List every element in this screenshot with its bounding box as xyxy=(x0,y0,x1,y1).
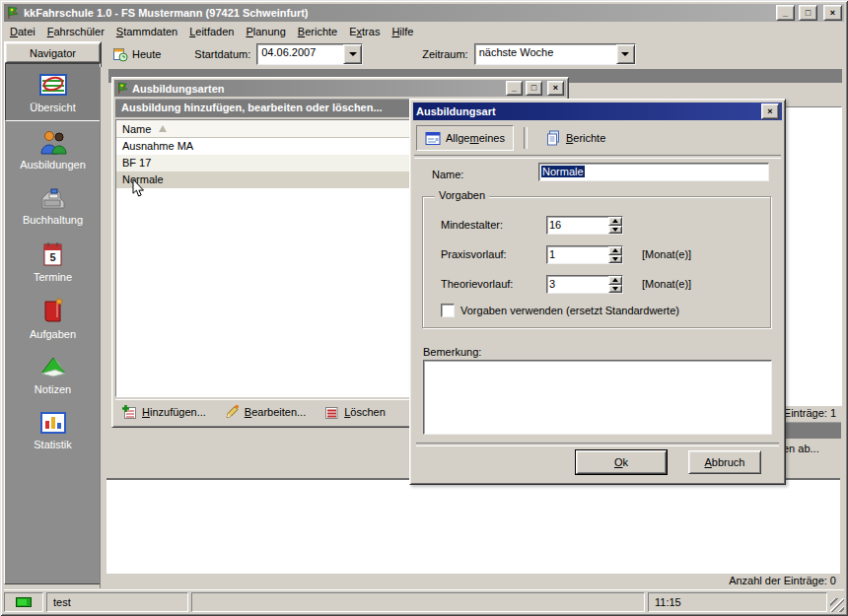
menu-leitfaden[interactable]: Leitfaden xyxy=(183,24,240,39)
statusbar: test 11:15 xyxy=(4,589,844,612)
child-minimize-button[interactable]: _ xyxy=(506,81,523,96)
spin-up-icon[interactable] xyxy=(608,276,622,285)
main-toolbar: Heute Startdatum: 04.06.2007 Zeitraum: n… xyxy=(95,41,844,67)
mouse-cursor-icon xyxy=(132,178,145,198)
zeitraum-dropdown-arrow-icon[interactable] xyxy=(616,44,635,64)
menu-hilfe[interactable]: Hilfe xyxy=(386,24,419,39)
theorievorlauf-spinner[interactable]: 3 xyxy=(546,275,623,294)
statusbar-message-panel xyxy=(191,592,645,612)
bemerkung-label: Bemerkung: xyxy=(423,346,481,358)
theorievorlauf-suffix: [Monat(e)] xyxy=(642,278,691,290)
edit-pencil-icon xyxy=(224,404,240,420)
sidebar-item-notizen[interactable]: Notizen xyxy=(5,346,101,402)
abbruch-button[interactable]: Abbruch xyxy=(688,450,761,474)
sidebar-item-label: Ausbildungen xyxy=(20,159,86,171)
sidebar-item-termine[interactable]: 5 Termine xyxy=(5,234,101,290)
form-icon xyxy=(425,131,441,146)
vorgaben-checkbox[interactable] xyxy=(441,304,455,317)
background-entries-count: Einträge: 1 xyxy=(784,407,836,419)
add-list-icon xyxy=(121,404,137,420)
startdatum-dropdown-arrow-icon[interactable] xyxy=(343,44,362,64)
aufgaben-book-icon xyxy=(40,297,66,324)
ausbildungen-people-icon xyxy=(38,129,68,155)
menu-planung[interactable]: Planung xyxy=(240,24,291,39)
startdatum-label: Startdatum: xyxy=(194,48,250,60)
dialog-titlebar: Ausbildungsart × xyxy=(413,103,782,120)
theorievorlauf-label: Theorievorlauf: xyxy=(441,278,513,290)
termine-calendar-icon: 5 xyxy=(41,240,65,267)
dialog-close-button[interactable]: × xyxy=(761,103,779,119)
app-icon xyxy=(116,82,129,95)
loeschen-button[interactable]: Löschen xyxy=(321,403,388,421)
bemerkung-input[interactable] xyxy=(423,360,772,435)
sidebar-item-statistik[interactable]: Statistik xyxy=(5,402,101,458)
maximize-button[interactable]: □ xyxy=(799,5,817,21)
dialog-tab-bar: Allgemeines Berichte xyxy=(414,124,781,152)
minimize-button[interactable]: _ xyxy=(776,5,795,21)
green-status-icon xyxy=(16,597,32,607)
spin-down-icon[interactable] xyxy=(608,226,622,235)
dialog-title: Ausbildungsart xyxy=(416,105,496,117)
close-button[interactable]: × xyxy=(823,5,842,21)
mindestalter-label: Mindestalter: xyxy=(441,219,503,231)
menu-stammdaten[interactable]: Stammdaten xyxy=(110,24,183,39)
statistik-chart-icon xyxy=(39,411,67,435)
child-close-button[interactable]: × xyxy=(547,81,564,96)
ok-button[interactable]: Ok xyxy=(576,450,667,474)
sidebar-item-aufgaben[interactable]: Aufgaben xyxy=(5,290,101,346)
praxisvorlauf-suffix: [Monat(e)] xyxy=(642,248,691,260)
mindestalter-spinner[interactable]: 16 xyxy=(546,216,623,235)
spin-down-icon[interactable] xyxy=(608,285,622,294)
sort-ascending-icon xyxy=(159,125,167,132)
tab-allgemeines[interactable]: Allgemeines xyxy=(416,125,514,151)
sidebar-item-buchhaltung[interactable]: Buchhaltung xyxy=(5,177,101,234)
menu-extras[interactable]: Extras xyxy=(343,24,386,39)
heute-calendar-icon xyxy=(112,46,128,62)
app-icon xyxy=(6,6,20,20)
uebersicht-table-icon xyxy=(38,72,68,98)
sidebar-item-label: Übersicht xyxy=(30,102,75,113)
sidebar-item-label: Buchhaltung xyxy=(23,214,83,226)
background-partial-caption: en ab... xyxy=(783,443,819,454)
hinzufuegen-button[interactable]: Hinzufügen... xyxy=(119,403,208,421)
vorgaben-groupbox: Vorgaben Mindestalter: 16 Praxisvorlauf:… xyxy=(422,196,771,328)
ausbildungsarten-titlebar: Ausbildungsarten _ □ × xyxy=(114,80,566,97)
main-titlebar: kkFahrschule 1.0 - FS Mustermann (97421 … xyxy=(4,4,844,22)
startdatum-combobox[interactable]: 04.06.2007 xyxy=(256,43,363,65)
sidebar-item-uebersicht[interactable]: Übersicht xyxy=(5,63,101,121)
menu-berichte[interactable]: Berichte xyxy=(292,24,343,39)
praxisvorlauf-label: Praxisvorlauf: xyxy=(441,248,507,260)
ausbildungsart-dialog: Ausbildungsart × Allgemeines Berichte xyxy=(409,99,786,485)
child-maximize-button[interactable]: □ xyxy=(526,81,542,96)
heute-button[interactable]: Heute xyxy=(108,44,165,64)
menubar: Datei Fahrschüler Stammdaten Leitfaden P… xyxy=(4,23,844,40)
statusbar-clock: 11:15 xyxy=(648,592,827,612)
menu-fahrschueler[interactable]: Fahrschüler xyxy=(41,24,110,39)
spin-up-icon[interactable] xyxy=(608,246,622,255)
reports-pages-icon xyxy=(545,130,561,146)
mdi-client-area: Einträge: 1 en ab... Anzahl der Einträge… xyxy=(100,67,844,588)
tab-separator xyxy=(524,127,528,149)
sidebar-item-ausbildungen[interactable]: Ausbildungen xyxy=(5,121,101,177)
spin-up-icon[interactable] xyxy=(608,217,622,226)
selected-text: Normale xyxy=(541,166,585,177)
notizen-note-icon xyxy=(38,354,68,379)
svg-text:5: 5 xyxy=(49,251,55,263)
navigator-header-button[interactable]: Navigator xyxy=(5,42,101,63)
tab-berichte[interactable]: Berichte xyxy=(537,126,613,150)
praxisvorlauf-spinner[interactable]: 1 xyxy=(546,245,623,264)
dialog-divider xyxy=(414,155,781,159)
sidebar-item-label: Statistik xyxy=(34,439,72,450)
resize-grip[interactable] xyxy=(830,598,844,612)
navigator-sidebar: Navigator Übersicht Ausbildungen Buchhal… xyxy=(4,41,102,584)
column-header-label: Name xyxy=(122,123,151,135)
name-input[interactable]: Normale xyxy=(538,163,769,181)
bearbeiten-button[interactable]: Bearbeiten... xyxy=(222,403,308,421)
zeitraum-combobox[interactable]: nächste Woche xyxy=(474,43,636,65)
menu-datei[interactable]: Datei xyxy=(4,24,41,39)
zeitraum-label: Zeitraum: xyxy=(422,48,467,60)
window-title: kkFahrschule 1.0 - FS Mustermann (97421 … xyxy=(24,7,309,19)
sidebar-item-label: Termine xyxy=(34,271,72,283)
buchhaltung-register-icon xyxy=(38,186,68,210)
spin-down-icon[interactable] xyxy=(608,255,622,264)
